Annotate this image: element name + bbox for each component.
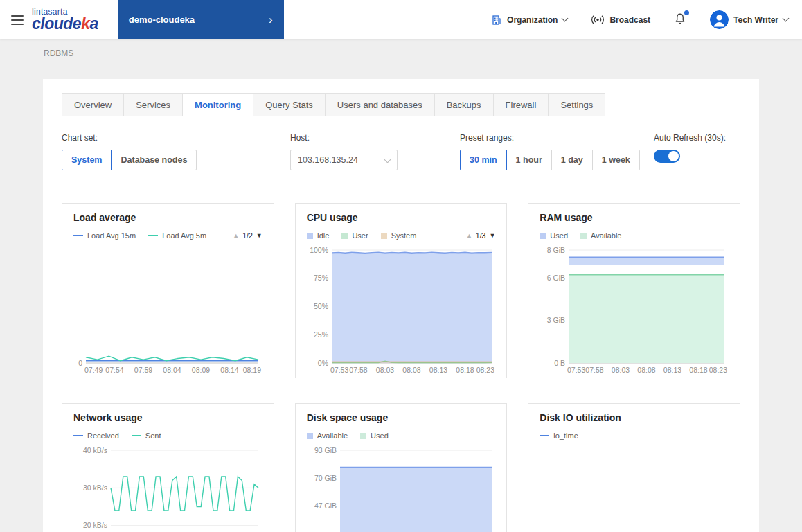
- legend-marker: [132, 435, 141, 436]
- svg-text:08:03: 08:03: [376, 366, 394, 374]
- legend-marker: [540, 233, 546, 239]
- chart-canvas: [540, 445, 729, 532]
- tab-monitoring[interactable]: Monitoring: [182, 93, 253, 116]
- chart-card-cpu-usage: CPU usageIdleUserSystem▲1/3▼100%75%50%25…: [295, 203, 508, 378]
- rdbms-detail-card: OverviewServicesMonitoringQuery StatsUse…: [43, 79, 759, 532]
- legend-label: Available: [317, 432, 348, 440]
- tab-overview[interactable]: Overview: [62, 93, 124, 116]
- broadcast-icon: [591, 15, 605, 25]
- svg-text:08:13: 08:13: [429, 366, 447, 374]
- legend-pager: ▲1/2▼: [233, 231, 262, 240]
- chart-title: Disk space usage: [307, 412, 496, 423]
- preset-button-1-week[interactable]: 1 week: [592, 150, 640, 170]
- brand-logo: lintasarta cloudeka: [32, 8, 98, 32]
- project-selector[interactable]: demo-cloudeka ›: [118, 0, 284, 39]
- legend-item-io-time[interactable]: io_time: [540, 432, 578, 440]
- preset-button-1-hour[interactable]: 1 hour: [506, 150, 552, 170]
- svg-text:08:14: 08:14: [220, 366, 238, 374]
- chart-card-disk-io-utilization: Disk IO utilizationio_time: [528, 403, 740, 532]
- tab-backups[interactable]: Backups: [434, 93, 494, 116]
- chart-legend: UsedAvailable: [540, 230, 729, 241]
- host-select[interactable]: 103.168.135.24: [290, 150, 398, 170]
- legend-item-used[interactable]: Used: [360, 432, 389, 440]
- chevron-down-icon: [562, 15, 569, 22]
- broadcast-button[interactable]: Broadcast: [591, 15, 650, 25]
- user-menu[interactable]: Tech Writer: [710, 10, 788, 29]
- legend-item-available[interactable]: Available: [580, 231, 621, 240]
- legend-item-sent[interactable]: Sent: [132, 432, 161, 440]
- legend-item-user[interactable]: User: [341, 231, 368, 240]
- legend-pager: ▲1/3▼: [466, 231, 495, 240]
- preset-button-1-day[interactable]: 1 day: [551, 150, 593, 170]
- auto-refresh-toggle[interactable]: [654, 150, 680, 163]
- menu-icon[interactable]: [0, 15, 30, 25]
- legend-page-up-icon[interactable]: ▲: [466, 232, 472, 239]
- user-name: Tech Writer: [733, 15, 778, 25]
- svg-text:93 GiB: 93 GiB: [314, 446, 337, 454]
- tab-users-and-databases[interactable]: Users and databases: [325, 93, 435, 116]
- svg-text:08:08: 08:08: [638, 366, 656, 374]
- legend-item-idle[interactable]: Idle: [307, 231, 330, 240]
- legend-label: Available: [591, 231, 621, 240]
- svg-text:07:59: 07:59: [134, 366, 152, 374]
- legend-page-indicator: 1/3: [476, 231, 486, 240]
- svg-text:0: 0: [78, 359, 82, 367]
- legend-marker: [73, 435, 83, 436]
- preset-ranges-button-group: 30 min1 hour1 day1 week: [460, 150, 640, 170]
- legend-page-up-icon[interactable]: ▲: [233, 232, 239, 239]
- chart-legend: AvailableUsed: [307, 430, 496, 441]
- chart-set-button-database-nodes[interactable]: Database nodes: [111, 150, 197, 170]
- svg-text:20 kB/s: 20 kB/s: [83, 521, 107, 529]
- app-header: lintasarta cloudeka demo-cloudeka › Orga…: [0, 0, 802, 39]
- svg-text:08:18: 08:18: [456, 366, 474, 374]
- tab-bar: OverviewServicesMonitoringQuery StatsUse…: [62, 93, 740, 116]
- project-name: demo-cloudeka: [129, 15, 195, 25]
- legend-label: System: [391, 231, 417, 240]
- svg-text:0 B: 0 B: [555, 359, 566, 367]
- chart-controls: Chart set: SystemDatabase nodes Host: 10…: [62, 133, 740, 170]
- tab-services[interactable]: Services: [123, 93, 183, 116]
- legend-marker: [148, 235, 158, 236]
- charts-grid: Load averageLoad Avg 15mLoad Avg 5m▲1/2▼…: [62, 203, 740, 532]
- svg-text:50%: 50%: [314, 302, 328, 310]
- legend-marker: [580, 233, 587, 239]
- legend-label: Sent: [145, 432, 161, 440]
- chart-title: Network usage: [73, 412, 262, 423]
- chart-set-button-system[interactable]: System: [62, 150, 112, 170]
- svg-text:8 GiB: 8 GiB: [547, 246, 565, 254]
- legend-item-received[interactable]: Received: [73, 432, 119, 440]
- organization-label: Organization: [507, 15, 558, 25]
- chart-legend: ReceivedSent: [73, 430, 262, 441]
- tab-query-stats[interactable]: Query Stats: [253, 93, 326, 116]
- legend-label: Load Avg 15m: [87, 231, 136, 240]
- svg-text:3 GiB: 3 GiB: [547, 316, 565, 324]
- chart-card-disk-space-usage: Disk space usageAvailableUsed93 GiB70 Gi…: [295, 403, 508, 532]
- host-group: Host: 103.168.135.24: [290, 133, 460, 170]
- chart-title: Disk IO utilization: [540, 412, 729, 423]
- chart-title: Load average: [73, 212, 262, 223]
- tab-settings[interactable]: Settings: [548, 93, 605, 116]
- legend-item-load-avg-15m[interactable]: Load Avg 15m: [73, 231, 136, 240]
- svg-text:08:03: 08:03: [612, 366, 630, 374]
- legend-page-down-icon[interactable]: ▼: [489, 232, 495, 239]
- svg-text:40 kB/s: 40 kB/s: [83, 446, 107, 454]
- chevron-right-icon: ›: [269, 13, 273, 27]
- legend-item-used[interactable]: Used: [540, 231, 568, 240]
- legend-page-down-icon[interactable]: ▼: [256, 232, 262, 239]
- avatar: [710, 10, 729, 29]
- legend-item-available[interactable]: Available: [307, 432, 348, 440]
- svg-text:47 GiB: 47 GiB: [314, 502, 337, 510]
- tab-firewall[interactable]: Firewall: [493, 93, 549, 116]
- chart-canvas: 100%75%50%25%0%07:5307:5808:0308:0808:13…: [307, 245, 496, 375]
- notifications-button[interactable]: [674, 12, 686, 28]
- preset-button-30-min[interactable]: 30 min: [460, 150, 507, 170]
- legend-marker: [341, 233, 348, 239]
- svg-text:70 GiB: 70 GiB: [314, 474, 337, 482]
- svg-text:08:23: 08:23: [476, 366, 494, 374]
- legend-item-system[interactable]: System: [381, 231, 417, 240]
- organization-menu[interactable]: Organization: [491, 15, 567, 26]
- legend-item-load-avg-5m[interactable]: Load Avg 5m: [148, 231, 206, 240]
- legend-marker: [307, 433, 313, 439]
- auto-refresh-group: Auto Refresh (30s):: [654, 133, 740, 163]
- toggle-knob: [668, 151, 679, 161]
